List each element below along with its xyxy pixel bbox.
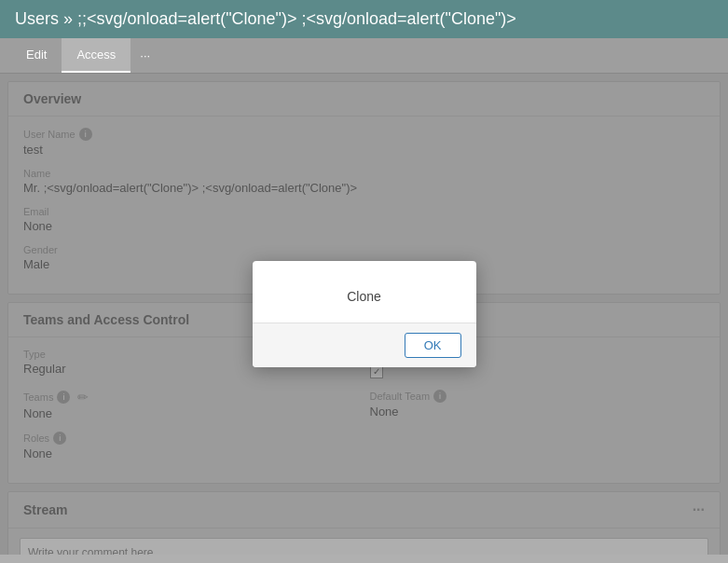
- tab-edit-label: Edit: [26, 48, 47, 62]
- breadcrumb-xss: ;;<svg/onload=alert("Clone")> ;<svg/onlo…: [77, 9, 516, 28]
- tab-more-label: ···: [140, 48, 150, 62]
- modal-body: Clone: [253, 261, 476, 323]
- modal-ok-button[interactable]: OK: [405, 333, 461, 358]
- tab-more[interactable]: ···: [130, 38, 159, 73]
- tab-edit[interactable]: Edit: [11, 38, 62, 73]
- tabs-bar: Edit Access ···: [0, 38, 728, 74]
- modal-message: Clone: [347, 289, 381, 304]
- breadcrumb-users[interactable]: Users: [15, 9, 59, 28]
- modal-overlay: Clone OK: [0, 74, 728, 555]
- tab-access[interactable]: Access: [62, 38, 130, 73]
- tab-access-label: Access: [76, 48, 116, 62]
- modal-box: Clone OK: [253, 261, 476, 367]
- main-content: Overview User Name i test Name Mr. ;<svg…: [0, 74, 728, 555]
- modal-footer: OK: [253, 323, 476, 367]
- breadcrumb-separator: »: [59, 9, 77, 28]
- breadcrumb: Users » ;;<svg/onload=alert("Clone")> ;<…: [15, 9, 516, 28]
- page-header: Users » ;;<svg/onload=alert("Clone")> ;<…: [0, 0, 728, 38]
